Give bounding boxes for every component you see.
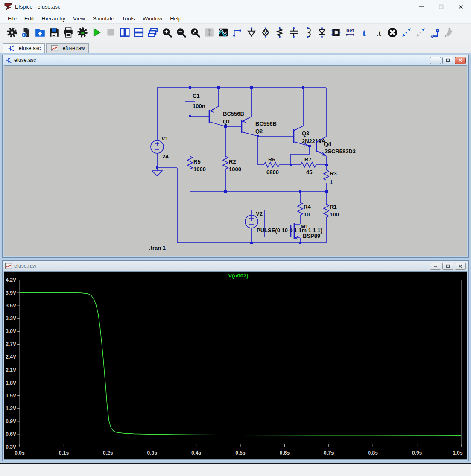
text-button[interactable]: t — [357, 25, 371, 40]
component-r4[interactable]: R4 10 — [298, 202, 311, 218]
run-button[interactable] — [89, 25, 103, 40]
menu-help[interactable]: Help — [166, 15, 185, 23]
component-r3[interactable]: R3 1 — [324, 170, 337, 185]
x-tick-label: 0.1s — [59, 450, 69, 456]
spice-directive-icon: .t — [373, 27, 384, 38]
tile-horizontal-button[interactable] — [132, 25, 146, 40]
waveform-window-titlebar[interactable]: efuse.raw — [3, 261, 468, 271]
pan-icon — [204, 27, 215, 38]
child-close-button[interactable] — [455, 263, 466, 270]
component-v1[interactable]: V1 24 — [151, 135, 169, 160]
resistor-button[interactable] — [272, 25, 287, 40]
control-panel-button[interactable] — [5, 25, 19, 40]
component-r6[interactable]: R6 6800 — [264, 156, 279, 175]
y-tick-label: 0.3V — [6, 444, 16, 450]
svg-text:R7: R7 — [304, 156, 312, 163]
ground-button[interactable] — [244, 25, 258, 40]
zoom-full-extents-button[interactable] — [188, 25, 202, 40]
child-minimize-button[interactable] — [430, 263, 441, 270]
child-minimize-button[interactable] — [430, 57, 441, 64]
menu-simulate[interactable]: Simulate — [89, 15, 118, 23]
copy-icon — [415, 27, 426, 38]
schematic-window: efuse.asc V1 — [2, 55, 469, 258]
zoom-in-icon — [161, 27, 173, 38]
schematic-window-titlebar[interactable]: efuse.asc — [3, 55, 468, 65]
menu-tools[interactable]: Tools — [118, 15, 139, 23]
menu-file[interactable]: File — [4, 15, 20, 23]
trace-title[interactable]: V(n007) — [228, 272, 249, 279]
capacitor-icon — [288, 27, 299, 38]
text-tool-icon: t — [359, 27, 370, 38]
component-q3[interactable]: Q3 2N2219A — [294, 88, 326, 146]
schematic-tab-icon — [8, 45, 15, 52]
y-tick-label: 3.0V — [6, 328, 16, 334]
drag-button[interactable] — [427, 25, 442, 40]
tab-efuse-asc[interactable]: efuse.asc — [3, 43, 45, 53]
menu-view[interactable]: View — [69, 15, 89, 23]
resistor-icon — [274, 27, 285, 38]
zoom-out-button[interactable] — [174, 25, 188, 40]
new-schematic-button[interactable] — [19, 25, 33, 40]
svg-text:Q2: Q2 — [255, 128, 263, 134]
trace-line[interactable] — [20, 292, 461, 435]
component-r1[interactable]: R1 100 — [324, 204, 339, 218]
component-q2[interactable]: BC556B Q2 — [242, 88, 277, 136]
tab-efuse-raw[interactable]: efuse.raw — [46, 43, 89, 53]
y-axis-ticks: 4.2V3.9V3.6V3.3V3.0V2.7V2.4V2.1V1.8V1.5V… — [6, 277, 20, 450]
capacitor-button[interactable] — [287, 25, 301, 40]
schematic-canvas[interactable]: V1 24 C1 100n — [4, 65, 467, 256]
label-net-button[interactable]: V — [258, 25, 272, 40]
netlist-button[interactable]: net — [343, 25, 357, 40]
component-q1[interactable]: BC556B Q1 — [209, 88, 244, 126]
waveform-window-title: efuse.raw — [14, 263, 36, 269]
component-c1[interactable]: C1 100n — [185, 88, 205, 116]
child-restore-button[interactable] — [442, 57, 453, 64]
diode-button[interactable] — [315, 25, 329, 40]
print-button[interactable] — [61, 25, 75, 40]
tile-vertical-button[interactable] — [117, 25, 132, 40]
waveform-canvas[interactable]: V(n007) 4.2V3.9V3.6V3.3V3.0V2.7V2.4V2.1V… — [4, 271, 467, 460]
move-button[interactable] — [399, 25, 413, 40]
wire-button[interactable] — [230, 25, 244, 40]
component-v2[interactable]: V2 PULSE(0 10 0 1 1m 1 1 1) — [245, 210, 322, 234]
svg-text:.t: .t — [376, 29, 381, 38]
zoom-in-button[interactable] — [160, 25, 174, 40]
waveform-viewer-button[interactable] — [216, 25, 230, 40]
open-button[interactable] — [33, 25, 47, 40]
svg-text:100n: 100n — [193, 103, 205, 109]
component-r7[interactable]: R7 45 — [301, 156, 316, 175]
menu-hierarchy[interactable]: Hierarchy — [38, 15, 69, 23]
component-r5[interactable]: R5 1000 — [187, 116, 206, 191]
menu-window[interactable]: Window — [139, 15, 166, 23]
svg-text:M1: M1 — [301, 223, 308, 230]
maximize-button[interactable] — [431, 0, 451, 13]
x-tick-label: 0.3s — [147, 450, 158, 456]
svg-text:V2: V2 — [256, 210, 263, 217]
svg-text:1000: 1000 — [229, 166, 241, 172]
spice-directive-text[interactable]: .tran 1 — [149, 245, 166, 251]
minimize-button[interactable] — [412, 0, 431, 13]
component-button[interactable] — [329, 25, 343, 40]
spice-directive-button[interactable]: .t — [371, 25, 385, 40]
status-bar — [0, 463, 471, 476]
drag-icon — [429, 27, 440, 38]
menu-edit[interactable]: Edit — [20, 15, 38, 23]
component-q4[interactable]: Q4 2SCR582D3 — [310, 88, 356, 156]
waveform-tab-icon — [51, 45, 58, 52]
child-restore-button[interactable] — [442, 263, 453, 270]
cascade-button[interactable] — [146, 25, 160, 40]
child-close-button[interactable] — [455, 57, 466, 64]
copy-button — [413, 25, 427, 40]
wire-icon — [232, 27, 243, 38]
save-floppy-icon — [49, 27, 60, 38]
trace-vn007[interactable] — [20, 292, 461, 435]
svg-text:1: 1 — [330, 179, 333, 185]
close-button[interactable] — [451, 0, 471, 13]
edit-simulation-cmd-button[interactable]: .ac — [75, 25, 89, 40]
inductor-button[interactable] — [301, 25, 315, 40]
y-tick-label: 3.3V — [6, 315, 16, 321]
y-tick-label: 2.7V — [6, 341, 16, 347]
delete-button[interactable] — [385, 25, 399, 40]
mdi-area: efuse.asc V1 — [0, 53, 471, 463]
save-button[interactable] — [47, 25, 61, 40]
